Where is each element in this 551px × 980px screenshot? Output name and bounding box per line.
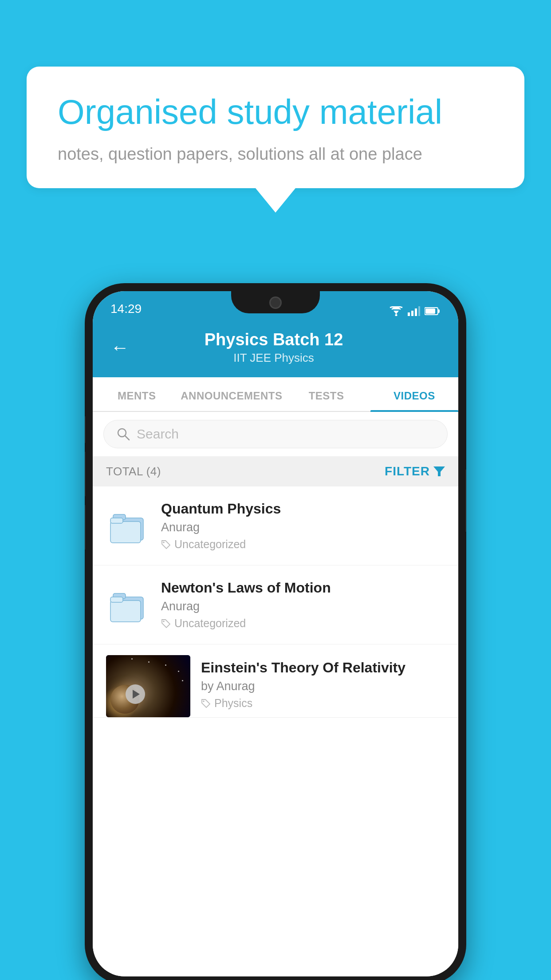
total-label: TOTAL (4)	[106, 465, 161, 478]
speech-bubble-subtitle: notes, question papers, solutions all at…	[58, 145, 493, 164]
svg-line-10	[125, 436, 129, 440]
svg-rect-5	[418, 306, 420, 316]
svg-rect-8	[425, 308, 435, 314]
svg-point-22	[203, 700, 205, 702]
video-author-1: Anurag	[161, 521, 445, 534]
wifi-icon	[389, 306, 403, 316]
tab-bar: MENTS ANNOUNCEMENTS TESTS VIDEOS	[93, 377, 458, 412]
header-title-main: Physics Batch 12	[138, 330, 409, 349]
svg-rect-3	[411, 311, 413, 316]
speech-bubble-wrapper: Organised study material notes, question…	[27, 67, 524, 213]
video-thumbnail-3	[106, 655, 190, 717]
svg-point-21	[163, 620, 165, 622]
video-tag-1: Uncategorized	[161, 538, 445, 551]
video-tag-2: Uncategorized	[161, 617, 445, 630]
folder-thumbnail-2	[106, 585, 150, 625]
tab-videos[interactable]: VIDEOS	[370, 377, 458, 411]
svg-rect-20	[110, 597, 123, 602]
side-button-power[interactable]	[465, 470, 466, 532]
svg-point-16	[163, 541, 165, 543]
video-title-3: Einstein's Theory Of Relativity	[201, 660, 445, 676]
filter-row: TOTAL (4) FILTER	[93, 456, 458, 486]
filter-icon	[433, 466, 445, 477]
video-title-1: Quantum Physics	[161, 501, 445, 517]
search-container: Search	[93, 412, 458, 456]
tab-tests[interactable]: TESTS	[282, 377, 370, 411]
video-title-2: Newton's Laws of Motion	[161, 580, 445, 596]
tag-icon-3	[201, 699, 211, 708]
folder-icon	[109, 508, 148, 544]
front-camera	[269, 296, 282, 309]
header-title-block: Physics Batch 12 IIT JEE Physics	[138, 330, 409, 365]
tag-icon	[161, 540, 171, 549]
battery-icon	[425, 307, 441, 316]
video-author-3: by Anurag	[201, 680, 445, 693]
side-button-volume-down[interactable]	[85, 505, 86, 549]
filter-label: FILTER	[385, 464, 430, 478]
speech-bubble-arrow	[256, 188, 295, 213]
video-tag-3: Physics	[201, 697, 445, 710]
status-icons	[389, 303, 441, 316]
video-info-1: Quantum Physics Anurag Uncategorized	[161, 501, 445, 551]
phone-frame: 14:29	[85, 283, 466, 980]
speech-bubble-card: Organised study material notes, question…	[27, 67, 524, 188]
search-icon	[116, 427, 130, 441]
svg-rect-14	[110, 522, 141, 543]
video-list: Quantum Physics Anurag Uncategorized	[93, 486, 458, 976]
list-item[interactable]: Quantum Physics Anurag Uncategorized	[93, 486, 458, 565]
tag-icon-2	[161, 619, 171, 628]
signal-icon	[408, 306, 420, 316]
folder-thumbnail-1	[106, 506, 150, 546]
video-info-2: Newton's Laws of Motion Anurag Uncategor…	[161, 580, 445, 630]
list-item[interactable]: Einstein's Theory Of Relativity by Anura…	[93, 644, 458, 718]
tag-text-3: Physics	[214, 697, 252, 710]
search-placeholder: Search	[137, 427, 179, 442]
video-info-3: Einstein's Theory Of Relativity by Anura…	[201, 655, 445, 710]
svg-rect-19	[110, 601, 141, 622]
tab-announcements[interactable]: ANNOUNCEMENTS	[181, 377, 282, 411]
tag-text-1: Uncategorized	[174, 538, 246, 551]
list-item[interactable]: Newton's Laws of Motion Anurag Uncategor…	[93, 565, 458, 644]
folder-icon-2	[109, 587, 148, 623]
tab-ments[interactable]: MENTS	[93, 377, 181, 411]
svg-point-1	[395, 314, 398, 316]
back-button[interactable]: ←	[110, 337, 129, 358]
svg-marker-0	[394, 311, 399, 314]
app-header: ← Physics Batch 12 IIT JEE Physics	[93, 321, 458, 377]
svg-rect-4	[415, 308, 417, 316]
svg-rect-15	[110, 518, 123, 523]
side-button-volume-indicator	[85, 416, 86, 443]
video-author-2: Anurag	[161, 600, 445, 613]
svg-rect-2	[408, 312, 410, 316]
side-button-volume-up[interactable]	[85, 452, 86, 496]
svg-rect-7	[438, 309, 440, 313]
speech-bubble-title: Organised study material	[58, 93, 493, 131]
tag-text-2: Uncategorized	[174, 617, 246, 630]
header-title-sub: IIT JEE Physics	[138, 351, 409, 365]
phone-screen: 14:29	[93, 291, 458, 976]
phone-notch	[231, 291, 320, 313]
search-bar[interactable]: Search	[103, 420, 448, 448]
svg-marker-11	[433, 466, 445, 476]
filter-button[interactable]: FILTER	[385, 464, 445, 478]
